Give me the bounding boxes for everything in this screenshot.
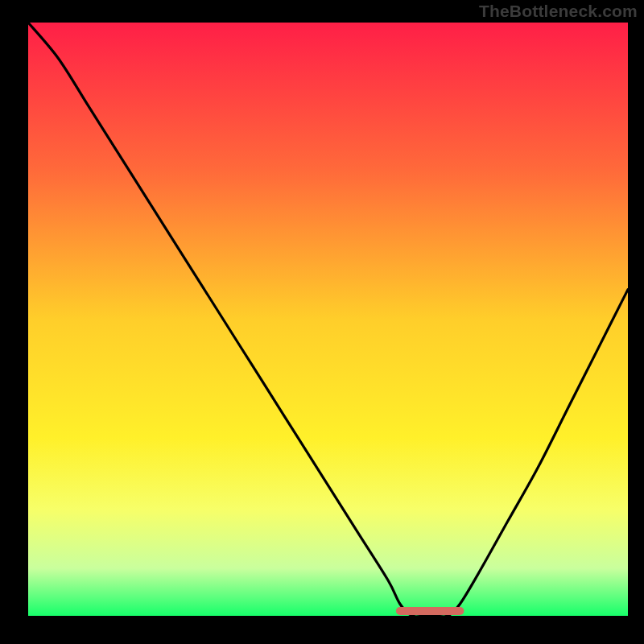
chart-container: TheBottleneck.com xyxy=(0,0,644,644)
bottleneck-chart xyxy=(0,0,644,644)
watermark-text: TheBottleneck.com xyxy=(479,2,638,21)
plot-background xyxy=(28,23,628,616)
